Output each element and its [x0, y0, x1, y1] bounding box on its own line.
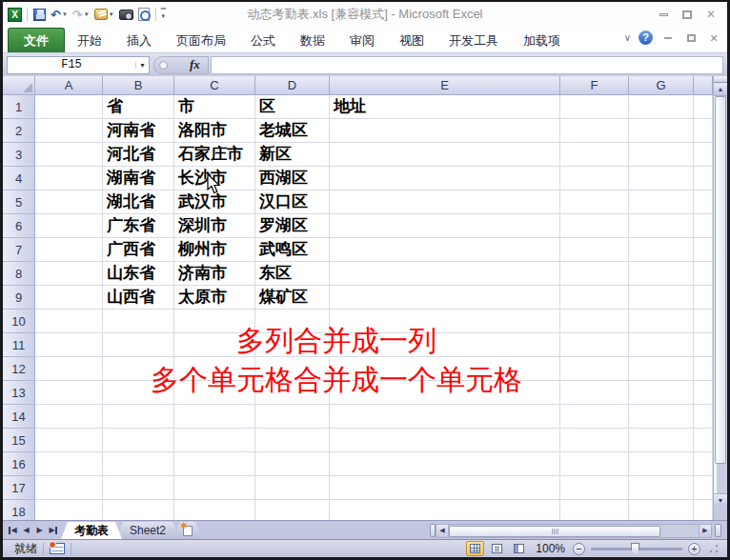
cell-partial-1[interactable]: [694, 95, 713, 119]
cell-G5[interactable]: [629, 190, 694, 214]
ribbon-tab-公式[interactable]: 公式: [238, 30, 288, 51]
cell-A16[interactable]: [35, 452, 103, 476]
cell-D9[interactable]: 煤矿区: [255, 286, 330, 310]
cell-A2[interactable]: [35, 119, 103, 143]
excel-app-icon[interactable]: X: [8, 8, 22, 22]
cell-F7[interactable]: [560, 238, 629, 262]
horizontal-scroll-track[interactable]: [449, 524, 699, 538]
insert-worksheet-button[interactable]: [173, 522, 202, 539]
cell-G7[interactable]: [629, 238, 694, 262]
name-box-dropdown-icon[interactable]: ▼: [135, 62, 149, 69]
cell-B12[interactable]: [103, 357, 174, 381]
cell-E14[interactable]: [330, 405, 560, 429]
previous-sheet-button[interactable]: ◀: [20, 523, 32, 538]
column-header-partial[interactable]: [694, 76, 713, 95]
cell-B13[interactable]: [103, 381, 174, 405]
ribbon-tab-文件[interactable]: 文件: [8, 28, 65, 52]
select-all-corner[interactable]: [3, 76, 35, 95]
cell-partial-15[interactable]: [694, 429, 713, 452]
cell-B10[interactable]: [103, 310, 174, 333]
cell-A7[interactable]: [35, 238, 103, 262]
ribbon-tab-审阅[interactable]: 审阅: [337, 30, 387, 51]
cell-A17[interactable]: [35, 476, 103, 500]
cell-A8[interactable]: [35, 262, 103, 286]
cell-D7[interactable]: 武鸣区: [255, 238, 330, 262]
cell-E1[interactable]: 地址: [330, 95, 560, 119]
cell-B2[interactable]: 河南省: [103, 119, 174, 143]
cell-partial-18[interactable]: [694, 500, 713, 520]
row-header-13[interactable]: 13: [3, 381, 35, 405]
cell-partial-7[interactable]: [694, 238, 713, 262]
column-header-E[interactable]: E: [330, 76, 560, 95]
cell-G2[interactable]: [629, 119, 694, 143]
cell-partial-8[interactable]: [694, 262, 713, 286]
cell-partial-12[interactable]: [694, 357, 713, 381]
ribbon-tab-数据[interactable]: 数据: [288, 30, 337, 51]
cell-D14[interactable]: [255, 405, 330, 429]
cell-D18[interactable]: [255, 500, 330, 520]
zoom-slider-track[interactable]: [591, 548, 682, 550]
cell-E13[interactable]: [330, 381, 560, 405]
horizontal-split-handle[interactable]: [715, 524, 721, 537]
cell-partial-5[interactable]: [694, 190, 713, 214]
cell-partial-10[interactable]: [694, 310, 713, 333]
scroll-up-button[interactable]: ▲: [714, 83, 727, 96]
sheet-tab-Sheet2[interactable]: Sheet2: [116, 522, 179, 539]
row-header-7[interactable]: 7: [3, 238, 35, 262]
resize-grip[interactable]: [708, 543, 720, 554]
cell-B5[interactable]: 湖北省: [103, 190, 174, 214]
cell-partial-16[interactable]: [694, 452, 713, 476]
row-header-11[interactable]: 11: [3, 333, 35, 357]
cell-D11[interactable]: [255, 333, 330, 357]
cell-partial-11[interactable]: [694, 333, 713, 357]
cell-D15[interactable]: [255, 429, 330, 452]
cell-D6[interactable]: 罗湖区: [255, 214, 330, 238]
cell-B18[interactable]: [103, 500, 174, 520]
cell-B15[interactable]: [103, 429, 174, 452]
cell-C14[interactable]: [174, 405, 255, 429]
cell-E7[interactable]: [330, 238, 560, 262]
cell-C9[interactable]: 太原市: [174, 286, 255, 310]
scroll-right-button[interactable]: ▶: [699, 524, 712, 538]
cell-B16[interactable]: [103, 452, 174, 476]
ribbon-tab-视图[interactable]: 视图: [387, 30, 436, 51]
zoom-slider-handle[interactable]: [631, 543, 639, 555]
cell-A5[interactable]: [35, 190, 103, 214]
cell-F12[interactable]: [560, 357, 629, 381]
row-header-1[interactable]: 1: [3, 95, 35, 119]
row-header-6[interactable]: 6: [3, 214, 35, 238]
cell-partial-17[interactable]: [694, 476, 713, 500]
cell-G18[interactable]: [629, 500, 694, 520]
cell-partial-4[interactable]: [694, 167, 713, 190]
cell-partial-14[interactable]: [694, 405, 713, 429]
cell-B4[interactable]: 湖南省: [103, 167, 174, 190]
column-header-B[interactable]: B: [103, 76, 174, 95]
cell-D4[interactable]: 西湖区: [255, 167, 330, 190]
cell-B6[interactable]: 广东省: [103, 214, 174, 238]
cell-E4[interactable]: [330, 167, 560, 190]
camera-button[interactable]: [118, 6, 134, 23]
cell-B14[interactable]: [103, 405, 174, 429]
macro-record-icon[interactable]: [50, 543, 65, 554]
column-header-C[interactable]: C: [174, 76, 255, 95]
chevron-down-icon[interactable]: ▼: [109, 11, 114, 17]
column-header-A[interactable]: A: [35, 76, 103, 95]
horizontal-scrollbar[interactable]: ◀ ▶: [430, 523, 712, 538]
cell-D10[interactable]: [255, 310, 330, 333]
cell-A1[interactable]: [35, 95, 103, 119]
cell-C6[interactable]: 深圳市: [174, 214, 255, 238]
column-header-F[interactable]: F: [560, 76, 629, 95]
cell-C17[interactable]: [174, 476, 255, 500]
row-header-16[interactable]: 16: [3, 452, 35, 476]
zoom-level-label[interactable]: 100%: [536, 542, 565, 555]
cell-F1[interactable]: [560, 95, 629, 119]
zoom-out-button[interactable]: −: [573, 543, 585, 555]
cell-C8[interactable]: 济南市: [174, 262, 255, 286]
cell-C12[interactable]: [174, 357, 255, 381]
cell-G11[interactable]: [629, 333, 694, 357]
cell-D5[interactable]: 汉口区: [255, 190, 330, 214]
customize-qat-button[interactable]: ▔▾: [161, 10, 166, 18]
cell-B8[interactable]: 山东省: [103, 262, 174, 286]
cell-A15[interactable]: [35, 429, 103, 452]
cell-C7[interactable]: 柳州市: [174, 238, 255, 262]
